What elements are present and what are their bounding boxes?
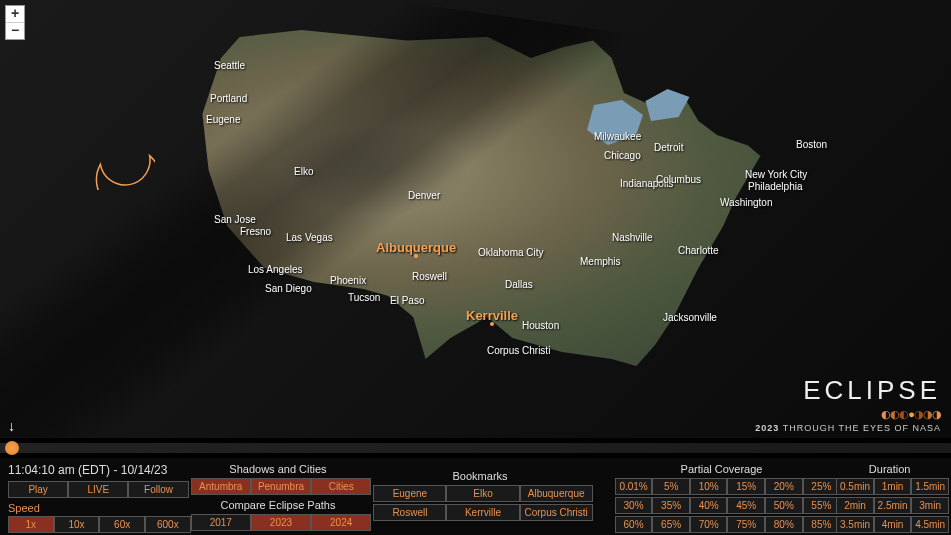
compare-title: Compare Eclipse Paths: [191, 499, 366, 511]
antumbra-toggle[interactable]: Antumbra: [191, 478, 251, 495]
city-albuquerque-highlight[interactable]: Albuquerque: [376, 240, 456, 255]
time-slider[interactable]: [0, 443, 951, 453]
penumbra-toggle[interactable]: Penumbra: [251, 478, 311, 495]
bookmark-roswell[interactable]: Roswell: [373, 504, 446, 521]
follow-button[interactable]: Follow: [128, 481, 188, 498]
coverage-0.01[interactable]: 0.01%: [615, 478, 653, 495]
city-chicago[interactable]: Chicago: [604, 150, 641, 161]
coverage-10[interactable]: 10%: [690, 478, 728, 495]
eclipse-path-shadow: [0, 0, 681, 438]
speed-1x-button[interactable]: 1x: [8, 516, 54, 533]
city-new-york-city[interactable]: New York City: [745, 169, 807, 180]
city-denver[interactable]: Denver: [408, 190, 440, 201]
city-san-diego[interactable]: San Diego: [265, 283, 312, 294]
duration-4.5min[interactable]: 4.5min: [911, 516, 949, 533]
city-fresno[interactable]: Fresno: [240, 226, 271, 237]
coverage-5[interactable]: 5%: [652, 478, 690, 495]
bookmarks-section: Bookmarks Eugene Elko Albuquerque Roswel…: [373, 463, 586, 530]
city-milwaukee[interactable]: Milwaukee: [594, 131, 641, 142]
city-portland[interactable]: Portland: [210, 93, 247, 104]
city-phoenix[interactable]: Phoenix: [330, 275, 366, 286]
map-viewport[interactable]: Seattle Portland Eugene San Jose Fresno …: [0, 0, 951, 438]
coverage-65[interactable]: 65%: [652, 516, 690, 533]
duration-3.5min[interactable]: 3.5min: [836, 516, 874, 533]
city-columbus[interactable]: Columbus: [656, 174, 701, 185]
coverage-75[interactable]: 75%: [727, 516, 765, 533]
bookmark-elko[interactable]: Elko: [446, 485, 519, 502]
coverage-35[interactable]: 35%: [652, 497, 690, 514]
duration-2min[interactable]: 2min: [836, 497, 874, 514]
city-nashville[interactable]: Nashville: [612, 232, 653, 243]
zoom-control: + −: [5, 5, 25, 40]
city-washington[interactable]: Washington: [720, 197, 772, 208]
shadows-section: Shadows and Cities Antumbra Penumbra Cit…: [191, 463, 366, 530]
bookmark-eugene[interactable]: Eugene: [373, 485, 446, 502]
city-elko[interactable]: Elko: [294, 166, 313, 177]
bookmark-albuquerque[interactable]: Albuquerque: [520, 485, 593, 502]
city-philadelphia[interactable]: Philadelphia: [748, 181, 803, 192]
city-houston[interactable]: Houston: [522, 320, 559, 331]
coverage-70[interactable]: 70%: [690, 516, 728, 533]
moon-phases-icon: ◐◐◐●◑◑◑: [755, 408, 941, 421]
city-memphis[interactable]: Memphis: [580, 256, 621, 267]
time-slider-thumb[interactable]: [5, 441, 19, 455]
city-roswell[interactable]: Roswell: [412, 271, 447, 282]
coverage-40[interactable]: 40%: [690, 497, 728, 514]
city-corpus-christi[interactable]: Corpus Christi: [487, 345, 550, 356]
city-detroit[interactable]: Detroit: [654, 142, 683, 153]
duration-title: Duration: [836, 463, 943, 475]
duration-3min[interactable]: 3min: [911, 497, 949, 514]
bookmark-corpus-christi[interactable]: Corpus Christi: [520, 504, 593, 521]
duration-2.5min[interactable]: 2.5min: [874, 497, 912, 514]
eclipse-logo: ECLIPSE ◐◐◐●◑◑◑ 2023 THROUGH THE EYES OF…: [755, 375, 941, 433]
duration-0.5min[interactable]: 0.5min: [836, 478, 874, 495]
city-tucson[interactable]: Tucson: [348, 292, 380, 303]
speed-10x-button[interactable]: 10x: [54, 516, 100, 533]
coverage-50[interactable]: 50%: [765, 497, 803, 514]
year-2017-button[interactable]: 2017: [191, 514, 251, 531]
time-display: 11:04:10 am (EDT) - 10/14/23: [8, 463, 183, 477]
speed-60x-button[interactable]: 60x: [99, 516, 145, 533]
coverage-title: Partial Coverage: [615, 463, 828, 475]
city-el-paso[interactable]: El Paso: [390, 295, 424, 306]
coverage-80[interactable]: 80%: [765, 516, 803, 533]
coverage-30[interactable]: 30%: [615, 497, 653, 514]
zoom-out-button[interactable]: −: [6, 23, 24, 39]
zoom-in-button[interactable]: +: [6, 6, 24, 23]
duration-1min[interactable]: 1min: [874, 478, 912, 495]
year-2024-button[interactable]: 2024: [311, 514, 371, 531]
logo-title: ECLIPSE: [755, 375, 941, 406]
city-oklahoma-city[interactable]: Oklahoma City: [478, 247, 544, 258]
bookmark-kerrville[interactable]: Kerrville: [446, 504, 519, 521]
year-2023-button[interactable]: 2023: [251, 514, 311, 531]
speed-600x-button[interactable]: 600x: [145, 516, 191, 533]
coverage-25[interactable]: 25%: [803, 478, 841, 495]
city-kerrville-highlight[interactable]: Kerrville: [466, 308, 518, 323]
city-seattle[interactable]: Seattle: [214, 60, 245, 71]
city-jacksonville[interactable]: Jacksonville: [663, 312, 717, 323]
cities-toggle[interactable]: Cities: [311, 478, 371, 495]
live-button[interactable]: LIVE: [68, 481, 128, 498]
city-los-angeles[interactable]: Los Angeles: [248, 264, 303, 275]
city-eugene[interactable]: Eugene: [206, 114, 240, 125]
coverage-15[interactable]: 15%: [727, 478, 765, 495]
coverage-55[interactable]: 55%: [803, 497, 841, 514]
duration-4min[interactable]: 4min: [874, 516, 912, 533]
play-button[interactable]: Play: [8, 481, 68, 498]
city-san-jose[interactable]: San Jose: [214, 214, 256, 225]
bookmarks-title: Bookmarks: [373, 470, 586, 482]
coverage-60[interactable]: 60%: [615, 516, 653, 533]
control-panel: 11:04:10 am (EDT) - 10/14/23 Play LIVE F…: [0, 458, 951, 535]
coverage-85[interactable]: 85%: [803, 516, 841, 533]
city-dallas[interactable]: Dallas: [505, 279, 533, 290]
coverage-45[interactable]: 45%: [727, 497, 765, 514]
speed-label: Speed: [8, 502, 183, 514]
duration-section: Duration 0.5min 1min 1.5min 2min 2.5min …: [836, 463, 943, 530]
city-boston[interactable]: Boston: [796, 139, 827, 150]
collapse-panel-icon[interactable]: ↓: [8, 418, 15, 434]
duration-1.5min[interactable]: 1.5min: [911, 478, 949, 495]
city-las-vegas[interactable]: Las Vegas: [286, 232, 333, 243]
time-section: 11:04:10 am (EDT) - 10/14/23 Play LIVE F…: [8, 463, 183, 530]
city-charlotte[interactable]: Charlotte: [678, 245, 719, 256]
coverage-20[interactable]: 20%: [765, 478, 803, 495]
